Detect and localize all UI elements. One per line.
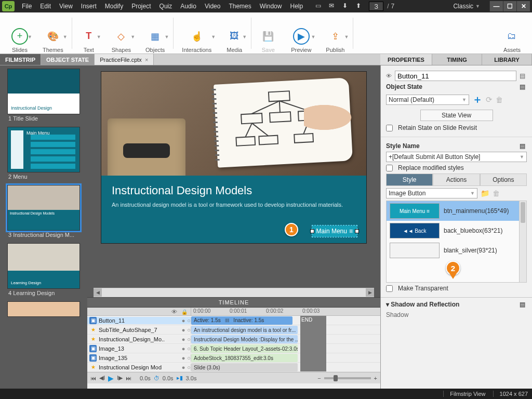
menu-quiz[interactable]: Quiz [155,3,177,10]
ribbon-themes[interactable]: 🎨▼Themes [35,14,71,53]
row-lock-dot[interactable]: ○ [187,345,191,352]
timeline-row[interactable]: ★Instructional_Design_Mo..●○Instructiona… [87,335,380,344]
row-visibility-dot[interactable]: ● [182,336,185,342]
menu-audio[interactable]: Audio [176,3,201,10]
slide-canvas[interactable]: Instructional Design Models An instructi… [87,65,380,284]
tab-timing[interactable]: TIMING [432,54,482,65]
style-name-dropdown[interactable]: +[Default Submit All Button Style]▼ [386,152,527,162]
replace-styles-checkbox[interactable]: Replace modified styles [386,164,527,171]
slide-thumb-5[interactable] [7,301,80,317]
slide-thumb-3[interactable]: Instructional Design Models [7,185,80,231]
timeline-play-icon[interactable]: ▶ [108,374,114,382]
canvas-horizontal-scrollbar[interactable]: ◀▶ [94,288,374,297]
window-maximize[interactable]: ☐ [503,1,516,11]
menu-help[interactable]: Help [286,3,307,10]
timeline-row[interactable]: ▣Button_11●○Active: 1.5s ⦀⦀ Inactive: 1.… [87,316,380,325]
timeline-row[interactable]: ★SubTitle_AutoShape_7●○An instructional … [87,325,380,335]
tab-options[interactable]: Options [480,174,527,186]
timeline-bar[interactable]: 6. Sub Topic Header Layout_2-assets-02:3… [191,344,298,353]
timeline-bar[interactable]: An instructional design model is a tool … [191,326,298,334]
button-type-dropdown[interactable]: Image Button▼ [386,188,477,198]
ribbon-assets[interactable]: 🗂Assets [496,14,528,53]
menu-file[interactable]: File [18,3,36,10]
row-visibility-dot[interactable]: ● [182,317,185,324]
button-style-item[interactable]: blank_silver(93*21) [387,241,526,260]
menu-themes[interactable]: Themes [224,3,255,10]
delete-state-icon[interactable]: 🗑 [496,96,503,104]
panel-menu-icon[interactable]: ▤ [520,83,527,90]
timeline-row[interactable]: ▣Image_13●○6. Sub Topic Header Layout_2-… [87,344,380,353]
menu-insert[interactable]: Insert [77,3,101,10]
tab-actions[interactable]: Actions [433,174,480,186]
button-style-item[interactable]: Main Menu ≡btn_mainmenu(165*49) [387,201,526,221]
document-tab[interactable]: PracticeFile.cptx× [95,54,154,65]
window-close[interactable]: ✕ [516,1,530,11]
add-state-icon[interactable]: ＋ [472,92,483,107]
tab-object-state[interactable]: OBJECT STATE [41,54,95,65]
timeline-bar[interactable]: AdobeStock_180837355_edit:3.0s [191,354,298,362]
slide-thumb-2[interactable]: Main Menu [7,127,80,172]
slide-thumb-4[interactable]: Learning Design [7,243,80,289]
object-visibility-icon[interactable] [386,72,392,79]
download-icon[interactable]: ⬇ [342,2,352,10]
retain-state-checkbox[interactable]: Retain State on Slide Revisit [386,124,527,131]
timeline-ruler[interactable]: 0:00:00 0:00:01 0:00:02 0:00:03 [191,308,380,315]
button-style-item[interactable]: ◄◄ Backback_bluebox(63*21) [387,221,526,241]
state-view-button[interactable]: State View [420,110,493,121]
main-menu-button[interactable]: Main Menu≡ [312,225,357,237]
row-lock-dot[interactable]: ○ [187,327,191,333]
window-minimize[interactable]: — [489,1,503,11]
mail-icon[interactable]: ✉ [329,2,338,10]
reset-state-icon[interactable]: ⟳ [486,95,493,104]
tab-filmstrip[interactable]: FILMSTRIP [0,54,41,65]
timeline-row[interactable]: ▣Image_135●○AdobeStock_180837355_edit:3.… [87,353,380,363]
object-name-input[interactable] [395,71,516,81]
tab-style[interactable]: Style [386,174,433,186]
zoom-out-icon[interactable]: − [317,375,321,381]
tab-library[interactable]: LIBRARY [482,54,532,65]
slide-thumb-1[interactable]: Instructional Design [7,69,80,114]
row-visibility-dot[interactable]: ● [182,327,185,333]
row-lock-dot[interactable]: ○ [187,364,191,370]
state-dropdown[interactable]: Normal (Default)▼ [386,95,469,105]
menu-modify[interactable]: Modify [101,3,127,10]
tab-properties[interactable]: PROPERTIES [380,54,432,65]
row-visibility-dot[interactable]: ● [182,345,185,352]
layout-icon[interactable]: ▭ [315,2,325,10]
shadow-reflection-section[interactable]: ▾ Shadow and Reflection▤ [381,297,532,311]
ribbon-preview[interactable]: ▶▼Preview [284,14,318,53]
row-lock-dot[interactable]: ○ [187,317,191,324]
ribbon-media[interactable]: 🖼▼Media [219,14,250,53]
timeline-zoom-slider[interactable] [324,377,371,379]
menu-edit[interactable]: Edit [36,3,55,10]
visibility-column-icon[interactable] [171,309,177,315]
timeline-flag-icon[interactable]: ▸▮ [177,375,183,381]
timeline-row[interactable]: ★Instructional Design Mod●○Slide (3.0s) [87,363,380,372]
timeline-stepfwd-icon[interactable]: Ⅰ▶ [117,375,123,381]
workspace-switcher[interactable]: Classic▼ [453,3,480,10]
timeline-bar[interactable]: Slide (3.0s) [191,363,298,371]
row-visibility-dot[interactable]: ● [182,355,185,361]
button-list-scrollbar[interactable] [519,201,526,282]
menu-project[interactable]: Project [127,3,155,10]
timeline-stepback-icon[interactable]: ◀Ⅰ [99,375,105,381]
panel-menu-icon[interactable]: ▤ [520,142,527,150]
timeline-marker-icon[interactable]: ⏱ [154,375,159,381]
upload-icon[interactable]: ⬆ [356,2,365,10]
scroll-right-icon[interactable]: ▶ [366,288,374,297]
scroll-left-icon[interactable]: ◀ [94,288,102,297]
page-current-input[interactable] [369,2,383,11]
menu-window[interactable]: Window [256,3,286,10]
ribbon-objects[interactable]: ▦▼Objects [138,14,172,53]
ribbon-shapes[interactable]: ◇▼Shapes [104,14,138,53]
timeline-bar[interactable]: Active: 1.5s ⦀⦀ Inactive: 1.5s [191,316,292,325]
timeline-end-icon[interactable]: ⏭ [126,375,131,381]
menu-view[interactable]: View [55,3,77,10]
make-transparent-checkbox[interactable]: Make Transparent [386,285,527,292]
menu-video[interactable]: Video [201,3,224,10]
timeline-bar[interactable]: Instructional Design Models :Display for… [191,335,298,343]
close-icon[interactable]: × [145,57,148,63]
row-visibility-dot[interactable]: ● [182,364,185,370]
row-lock-dot[interactable]: ○ [187,355,191,361]
ribbon-text[interactable]: T▼Text [73,14,104,53]
